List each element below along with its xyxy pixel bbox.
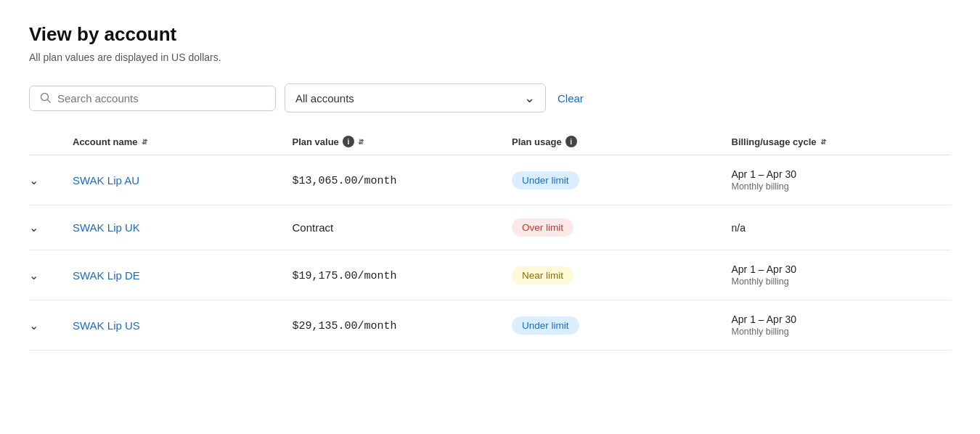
th-account-name: Account name ⇵ <box>73 136 293 147</box>
plan-value-text: $13,065.00/month <box>293 175 397 187</box>
th-plan-usage: Plan usage i <box>512 136 732 147</box>
page-title: View by account <box>29 23 951 46</box>
th-billing-cycle: Billing/usage cycle ⇵ <box>732 136 952 147</box>
account-name-cell: SWAK Lip AU <box>73 174 293 187</box>
plan-usage-badge: Near limit <box>512 266 573 284</box>
table-row: ⌄ SWAK Lip AU $13,065.00/month Under lim… <box>29 155 951 205</box>
svg-line-1 <box>48 100 51 103</box>
plan-value-cell: $13,065.00/month <box>293 173 513 187</box>
expand-button[interactable]: ⌄ <box>29 173 38 187</box>
account-name-cell: SWAK Lip UK <box>73 221 293 234</box>
table-row: ⌄ SWAK Lip US $29,135.00/month Under lim… <box>29 300 951 351</box>
plan-value-text: $29,135.00/month <box>293 320 397 332</box>
sort-plan-value-icon[interactable]: ⇵ <box>358 138 364 146</box>
plan-value-cell: $19,175.00/month <box>293 269 513 282</box>
plan-usage-cell: Near limit <box>512 266 732 284</box>
table-body: ⌄ SWAK Lip AU $13,065.00/month Under lim… <box>29 155 951 351</box>
plan-usage-cell: Over limit <box>512 218 732 237</box>
chevron-down-icon: ⌄ <box>524 90 535 106</box>
plan-value-text: $19,175.00/month <box>293 270 397 282</box>
account-name-cell: SWAK Lip US <box>73 319 293 332</box>
expand-button[interactable]: ⌄ <box>29 319 38 332</box>
account-link[interactable]: SWAK Lip UK <box>73 221 140 234</box>
expand-cell: ⌄ <box>29 269 73 282</box>
plan-usage-info-icon[interactable]: i <box>565 136 577 147</box>
billing-cycle: Apr 1 – Apr 30 Monthly billing <box>732 314 952 337</box>
search-wrapper <box>29 86 276 111</box>
account-link[interactable]: SWAK Lip US <box>73 319 140 332</box>
filters-row: All accounts ⌄ Clear <box>29 83 951 112</box>
billing-cycle: Apr 1 – Apr 30 Monthly billing <box>732 168 952 192</box>
account-link[interactable]: SWAK Lip DE <box>73 269 140 282</box>
billing-cycle: Apr 1 – Apr 30 Monthly billing <box>732 263 952 287</box>
plan-value-text: Contract <box>293 221 334 234</box>
plan-value-cell: $29,135.00/month <box>293 319 513 332</box>
page-subtitle: All plan values are displayed in US doll… <box>29 52 951 63</box>
search-input[interactable] <box>57 92 265 105</box>
plan-usage-cell: Under limit <box>512 171 732 189</box>
table-header: Account name ⇵ Plan value i ⇵ Plan usage… <box>29 136 951 155</box>
clear-button[interactable]: Clear <box>555 92 587 105</box>
plan-value-cell: Contract <box>293 221 513 234</box>
expand-button[interactable]: ⌄ <box>29 221 38 234</box>
plan-usage-badge: Under limit <box>512 171 579 189</box>
search-icon <box>40 92 52 104</box>
billing-cycle-cell: Apr 1 – Apr 30 Monthly billing <box>732 263 952 287</box>
expand-button[interactable]: ⌄ <box>29 269 38 282</box>
plan-usage-badge: Over limit <box>512 218 573 237</box>
billing-cycle-cell: Apr 1 – Apr 30 Monthly billing <box>732 168 952 192</box>
sort-billing-cycle-icon[interactable]: ⇵ <box>820 138 826 146</box>
plan-usage-badge: Under limit <box>512 316 579 335</box>
accounts-table: Account name ⇵ Plan value i ⇵ Plan usage… <box>29 136 951 351</box>
billing-cycle-cell: Apr 1 – Apr 30 Monthly billing <box>732 314 952 337</box>
plan-usage-cell: Under limit <box>512 316 732 335</box>
plan-value-info-icon[interactable]: i <box>343 136 354 147</box>
account-link[interactable]: SWAK Lip AU <box>73 174 139 187</box>
expand-cell: ⌄ <box>29 173 73 187</box>
billing-cycle-cell: n/a <box>732 222 952 234</box>
table-row: ⌄ SWAK Lip DE $19,175.00/month Near limi… <box>29 250 951 300</box>
expand-cell: ⌄ <box>29 319 73 332</box>
expand-cell: ⌄ <box>29 221 73 234</box>
th-expand <box>29 136 73 147</box>
billing-cycle: n/a <box>732 222 952 234</box>
th-plan-value: Plan value i ⇵ <box>293 136 513 147</box>
accounts-dropdown[interactable]: All accounts ⌄ <box>285 83 546 112</box>
dropdown-label: All accounts <box>295 92 354 105</box>
table-row: ⌄ SWAK Lip UK Contract Over limit n/a <box>29 205 951 250</box>
account-name-cell: SWAK Lip DE <box>73 269 293 282</box>
sort-account-name-icon[interactable]: ⇵ <box>142 138 147 146</box>
